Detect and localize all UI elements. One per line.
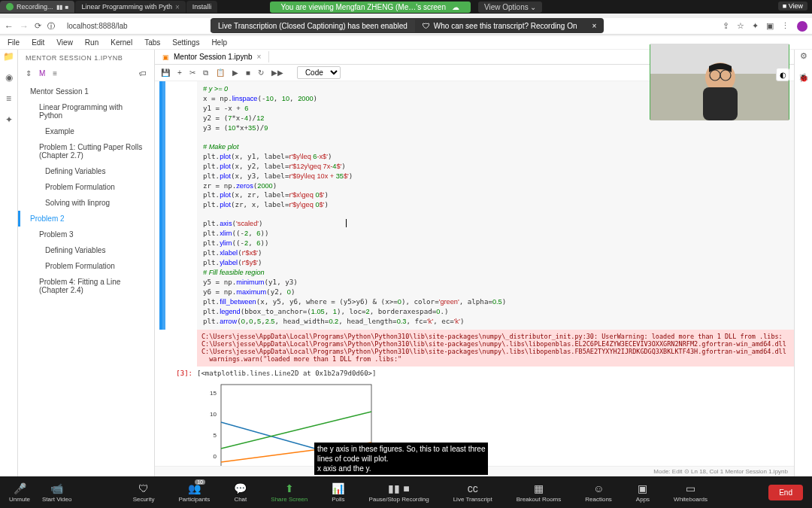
toc-item[interactable]: Problem 4: Fitting a Line (Chapter 2.4) xyxy=(18,274,154,298)
zoom-top-bar: Recording... ▮▮ ■ Linear Programming wit… xyxy=(0,0,812,14)
smile-icon: ☺ xyxy=(593,482,604,494)
end-button[interactable]: End xyxy=(768,485,803,500)
cut-icon[interactable]: ✂ xyxy=(189,68,195,77)
toc-item-active[interactable]: Problem 2 xyxy=(18,211,154,227)
transcript-who-text[interactable]: 🛡 Who can see this transcript? Recording… xyxy=(415,20,585,32)
cell-type-select[interactable]: Code xyxy=(297,66,341,79)
fast-forward-icon[interactable]: ▶▶ xyxy=(271,68,283,77)
security-button[interactable]: 🛡 Security xyxy=(133,482,155,503)
avatar-icon[interactable] xyxy=(797,21,807,32)
menu-run[interactable]: Run xyxy=(85,38,98,47)
breakout-button[interactable]: ▦ Breakout Rooms xyxy=(517,482,562,503)
apps-icon: ▣ xyxy=(638,482,647,494)
tab-stop-icon[interactable]: ■ xyxy=(65,4,69,11)
close-icon[interactable]: × xyxy=(257,53,262,61)
menu-help[interactable]: Help xyxy=(211,38,227,47)
toc-item[interactable]: Solving with linprog xyxy=(18,195,154,211)
output-text: [<matplotlib.lines.Line2D at 0x1b2a79d0d… xyxy=(197,368,376,379)
notebook-content[interactable]: # y >= 0 x = np.linspace(-10, 10, 2000) … xyxy=(155,81,794,476)
site-info-icon[interactable]: ⓘ xyxy=(47,21,55,32)
tag-icon[interactable]: 🏷 xyxy=(139,69,147,78)
browser-tab-install[interactable]: Installi xyxy=(186,1,218,13)
stderr-output: C:\Users\jesse\AppData\Local\Programs\Py… xyxy=(197,330,794,367)
collapse-icon[interactable]: ⇕ xyxy=(26,69,32,78)
browser-tab-recording[interactable]: Recording... ▮▮ ■ xyxy=(0,1,74,13)
running-icon[interactable]: ◉ xyxy=(5,72,13,83)
caption-line: lines of code will plot. xyxy=(317,454,485,464)
whiteboard-icon: ▭ xyxy=(686,482,695,494)
forward-icon[interactable]: → xyxy=(20,21,29,32)
kernel-status-icon[interactable]: ◐ xyxy=(776,68,789,81)
menu-settings[interactable]: Settings xyxy=(172,38,199,47)
matplotlib-plot: 15 10 5 0 −5 xyxy=(197,382,794,476)
toc-item[interactable]: Problem Formulation xyxy=(18,258,154,274)
recording-icon xyxy=(6,3,14,11)
square-icon[interactable]: ▣ xyxy=(766,21,774,31)
markdown-icon[interactable]: M xyxy=(39,69,45,78)
share-screen-button[interactable]: ⬆ Share Screen xyxy=(271,482,308,503)
reactions-button[interactable]: ☺ Reactions xyxy=(585,482,612,503)
svg-text:15: 15 xyxy=(210,390,217,397)
apps-button[interactable]: ▣ Apps xyxy=(636,482,650,503)
svg-text:0: 0 xyxy=(214,453,217,460)
participant-video[interactable] xyxy=(650,44,789,120)
view-button[interactable]: ■ View xyxy=(778,2,807,11)
tab-pause-icon[interactable]: ▮▮ xyxy=(56,4,62,11)
start-video-button[interactable]: 📹 Start Video xyxy=(42,482,71,503)
toc-item[interactable]: Defining Variables xyxy=(18,163,154,179)
pause-stop-button[interactable]: ▮▮ ■ Pause/Stop Recording xyxy=(369,482,429,503)
toc-icon[interactable]: ≡ xyxy=(6,93,11,104)
folder-icon[interactable]: 📁 xyxy=(3,51,14,62)
refresh-icon[interactable]: ⟳ xyxy=(35,21,41,31)
record-icon: ▮▮ ■ xyxy=(388,482,409,494)
chat-button[interactable]: 💬 Chat xyxy=(234,482,247,503)
browser-tab-linprog[interactable]: Linear Programming with Pyth × xyxy=(75,1,185,13)
toc-item[interactable]: Problem Formulation xyxy=(18,179,154,195)
caption-line: x axis and the y. xyxy=(317,464,485,473)
menu-edit[interactable]: Edit xyxy=(32,38,44,47)
star-icon[interactable]: ☆ xyxy=(737,21,744,31)
extensions-icon[interactable]: ✦ xyxy=(5,114,13,125)
menu-icon[interactable]: ⋮ xyxy=(781,21,789,31)
whiteboards-button[interactable]: ▭ Whiteboards xyxy=(674,482,707,503)
paste-icon[interactable]: 📋 xyxy=(216,68,225,77)
toc-item[interactable]: Defining Variables xyxy=(18,242,154,258)
unmute-button[interactable]: 🎤 Unmute xyxy=(9,482,30,503)
restart-icon[interactable]: ↻ xyxy=(258,68,264,77)
back-icon[interactable]: ← xyxy=(5,21,14,32)
menu-file[interactable]: File xyxy=(8,38,20,47)
toc-item[interactable]: Linear Programming with Python xyxy=(18,99,154,123)
menu-tabs[interactable]: Tabs xyxy=(144,38,160,47)
polls-button[interactable]: 📊 Polls xyxy=(332,482,344,503)
sidebar-title: MENTOR SESSION 1.IPYNB xyxy=(18,50,154,66)
share-icon[interactable]: ⇪ xyxy=(723,21,729,31)
output-prompt: [3]: xyxy=(155,368,197,379)
run-icon[interactable]: ▶ xyxy=(232,68,238,77)
save-icon[interactable]: 💾 xyxy=(161,68,170,77)
live-caption: the y axis in these figures. So, this to… xyxy=(314,443,488,475)
viewing-text: You are viewing Mengfan ZHENG (Me…'s scr… xyxy=(281,3,446,11)
toc-item[interactable]: Problem 1: Cutting Paper Rolls (Chapter … xyxy=(18,139,154,163)
participants-button[interactable]: 👥 Participants xyxy=(179,482,211,503)
view-options-dropdown[interactable]: View Options ⌄ xyxy=(478,2,543,13)
property-icon[interactable]: ⚙ xyxy=(800,51,807,61)
menu-view[interactable]: View xyxy=(56,38,73,47)
add-cell-icon[interactable]: + xyxy=(177,68,182,77)
close-icon[interactable]: × xyxy=(175,3,180,11)
copy-icon[interactable]: ⧉ xyxy=(203,68,208,78)
stop-icon[interactable]: ■ xyxy=(246,68,250,77)
live-transcript-button[interactable]: cc Live Transcript xyxy=(453,482,492,503)
debug-icon[interactable]: 🐞 xyxy=(798,73,809,83)
toc-item[interactable]: Example xyxy=(18,123,154,139)
transcript-close-button[interactable]: × xyxy=(584,20,604,32)
toc-item[interactable]: Problem 3 xyxy=(18,227,154,242)
video-icon: 📹 xyxy=(50,482,63,494)
puzzle-icon[interactable]: ✦ xyxy=(752,21,759,31)
chat-icon: 💬 xyxy=(234,482,247,494)
svg-text:5: 5 xyxy=(214,432,217,439)
right-activity-bar: ⚙ 🐞 xyxy=(794,36,812,476)
toc-item[interactable]: Mentor Session 1 xyxy=(18,84,154,99)
menu-kernel[interactable]: Kernel xyxy=(111,38,132,47)
numbered-icon[interactable]: ≡ xyxy=(53,69,57,78)
file-tab[interactable]: ▣ Mentor Session 1.ipynb × xyxy=(155,51,269,62)
